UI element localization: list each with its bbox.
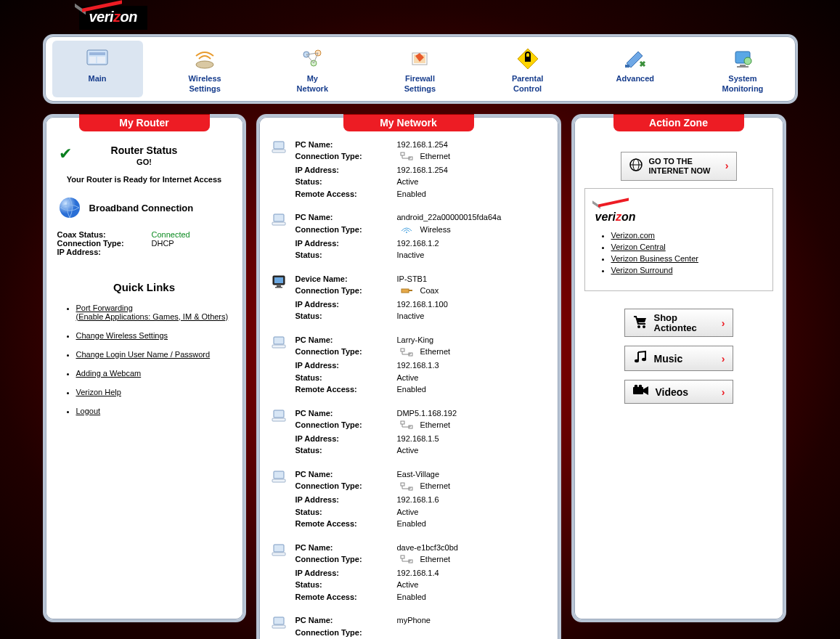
go-to-internet-label: GO TO THE INTERNET NOW (649, 157, 719, 176)
device-field-label: Remote Access: (295, 591, 397, 603)
ethernet-icon (397, 152, 416, 160)
device-field-value: Inactive (397, 249, 513, 261)
nav-label: FirewallSettings (378, 74, 462, 94)
coax-status-label: Coax Status: (57, 230, 152, 239)
svg-point-59 (642, 358, 646, 361)
svg-rect-30 (274, 277, 283, 283)
action-zone-link[interactable]: Verizon Surround (611, 266, 673, 274)
globe-icon (57, 195, 82, 221)
device-field-label: Connection Type: (295, 285, 397, 298)
monitor-icon (271, 273, 288, 322)
action-music-button[interactable]: Music› (624, 346, 733, 371)
nav-firewall-settings[interactable]: FirewallSettings (375, 41, 465, 97)
device-field-value: 192.168.1.5 (397, 433, 513, 445)
quick-link[interactable]: Change Wireless Settings (76, 331, 168, 340)
router-status-message: Your Router is Ready for Internet Access (57, 175, 232, 184)
device-field-value (397, 627, 513, 639)
device-entry: Device Name:IP-STB1Connection Type:CoaxI… (271, 273, 547, 322)
chevron-right-icon: › (725, 160, 729, 172)
ethernet-icon (397, 348, 416, 357)
svg-point-62 (634, 385, 637, 388)
panel-my-router: My Router ✔ Router Status GO! Your Route… (43, 114, 246, 622)
nav-my-network[interactable]: MyNetwork (267, 41, 358, 97)
quick-link[interactable]: Logout (76, 407, 101, 415)
action-zone-link-item: Verizon Central (611, 243, 762, 251)
button-label: Music (654, 353, 683, 365)
device-field-value: 192.168.1.254 (397, 139, 513, 151)
device-field-label: IP Address: (295, 433, 397, 445)
quick-link[interactable]: Port Forwarding (76, 304, 133, 312)
nav-parental-control[interactable]: ParentalControl (482, 41, 573, 97)
device-field-value: Larry-King (397, 334, 513, 346)
action-shop-actiontec-button[interactable]: ShopActiontec› (624, 309, 733, 337)
device-field-label: Connection Type: (295, 150, 397, 164)
svg-rect-45 (401, 483, 404, 486)
svg-rect-40 (272, 418, 285, 421)
device-field-value: Enabled (397, 188, 513, 200)
svg-rect-37 (401, 349, 404, 351)
svg-rect-14 (625, 65, 629, 68)
device-field-label: Connection Type: (295, 224, 397, 237)
ip-address-label: IP Address: (57, 248, 152, 256)
svg-rect-61 (633, 387, 643, 394)
nav-main[interactable]: Main (52, 41, 143, 97)
quick-link[interactable]: Change Login User Name / Password (76, 350, 211, 359)
device-field-label: Connection Type: (295, 419, 397, 433)
action-zone-link[interactable]: Verizon Central (611, 243, 666, 251)
quick-link[interactable]: Adding a Webcam (76, 369, 142, 378)
panel-title-action-zone: Action Zone (613, 114, 744, 131)
device-field-label: Status: (295, 506, 397, 518)
svg-rect-23 (272, 150, 285, 152)
device-field-label: Remote Access: (295, 518, 397, 530)
device-field-label: IP Address: (295, 567, 397, 579)
parental-control-icon (485, 45, 570, 73)
svg-point-56 (637, 325, 640, 328)
quick-link[interactable]: Verizon Help (76, 388, 121, 396)
device-field-value: Active (397, 506, 513, 518)
action-videos-button[interactable]: Videos› (624, 380, 733, 404)
device-field-label: Connection Type: (295, 346, 397, 359)
nav-wireless-settings[interactable]: WirelessSettings (160, 41, 250, 97)
svg-rect-36 (272, 345, 285, 348)
advanced-icon (592, 45, 677, 73)
nav-label: SystemMonitoring (700, 74, 785, 94)
connection-type-value: DHCP (152, 239, 174, 248)
svg-rect-27 (272, 222, 285, 225)
laptop-icon (271, 542, 288, 603)
system-monitoring-icon (700, 45, 785, 73)
button-label: ShopActiontec (654, 313, 697, 333)
device-field-value: Ethernet (397, 553, 513, 567)
device-field-value: myPhone (397, 614, 513, 627)
device-field-label: Status: (295, 372, 397, 384)
svg-rect-24 (401, 152, 404, 155)
svg-point-20 (744, 57, 751, 65)
go-to-internet-button[interactable]: GO TO THE INTERNET NOW › (621, 152, 737, 181)
cart-icon (632, 314, 648, 331)
device-field-label: Status: (295, 444, 397, 457)
device-field-label: PC Name: (295, 407, 397, 420)
action-zone-link[interactable]: Verizon.com (611, 231, 656, 240)
nav-advanced[interactable]: Advanced (590, 41, 680, 97)
nav-label: Main (55, 74, 140, 84)
device-field-label: IP Address: (295, 494, 397, 506)
device-field-value: Wireless (397, 224, 513, 237)
video-icon (632, 384, 650, 399)
device-entry: PC Name:dave-e1bcf3c0bdConnection Type:E… (271, 542, 547, 603)
device-field-label: Status: (295, 249, 397, 261)
device-field-value: East-Village (397, 468, 513, 481)
action-zone-link[interactable]: Verizon Business Center (611, 254, 698, 263)
action-zone-link-item: Verizon Business Center (611, 254, 762, 263)
quick-link-item: Adding a Webcam (76, 369, 232, 378)
device-field-value: IP-STB1 (397, 273, 513, 285)
device-field-value: Enabled (397, 383, 513, 396)
nav-system-monitoring[interactable]: SystemMonitoring (697, 41, 788, 97)
wireless-icon (397, 225, 416, 234)
device-field-value: Active (397, 372, 513, 384)
quick-link-sub[interactable]: (Enable Applications: Games, IM & Others… (76, 312, 229, 321)
device-field-value: Ethernet (397, 419, 513, 433)
nav-label: WirelessSettings (163, 74, 248, 94)
device-field-value: 192.168.1.2 (397, 237, 513, 250)
device-field-value: Inactive (397, 310, 513, 322)
verizon-links-box: verizon Verizon.comVerizon CentralVerizo… (584, 188, 773, 291)
svg-rect-33 (401, 289, 409, 293)
